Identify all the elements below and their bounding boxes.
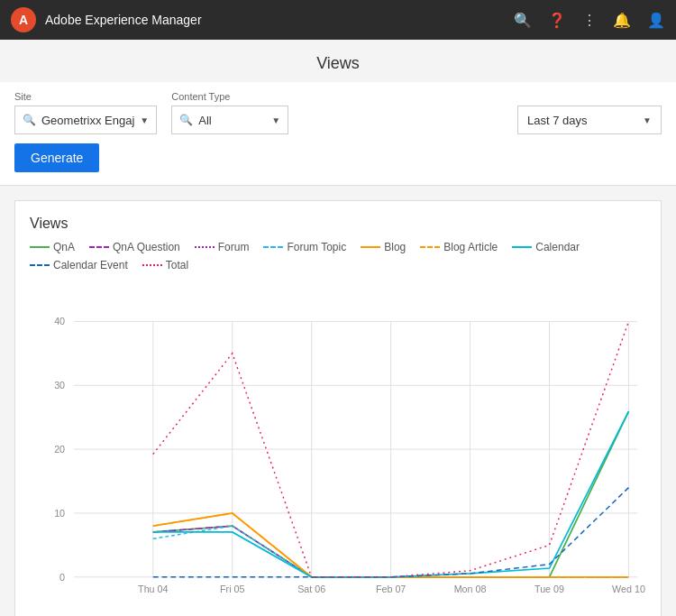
page-title: Views xyxy=(0,40,676,82)
legend-label: QnA xyxy=(53,241,75,253)
svg-text:Sat 06: Sat 06 xyxy=(297,584,325,594)
date-range-value: Last 7 days xyxy=(527,114,635,127)
site-search-icon: 🔍 xyxy=(23,114,36,126)
legend-item: Blog Article xyxy=(420,241,498,253)
legend-item: Blog xyxy=(361,241,406,253)
content-type-label: Content Type xyxy=(171,91,288,102)
legend-line-forum-topic xyxy=(263,246,283,248)
legend-item: Forum Topic xyxy=(263,241,346,253)
legend-line-blog xyxy=(361,246,380,248)
app-logo: A xyxy=(11,7,36,32)
legend-label: QnA Question xyxy=(113,241,180,253)
svg-text:Wed 10: Wed 10 xyxy=(612,584,645,594)
svg-text:40: 40 xyxy=(54,316,65,326)
content-type-select[interactable]: 🔍 All ▼ xyxy=(171,106,288,134)
legend-line-calendar xyxy=(512,246,532,248)
generate-button[interactable]: Generate xyxy=(14,143,99,172)
legend-item: QnA Question xyxy=(89,241,180,253)
user-icon[interactable]: 👤 xyxy=(647,12,665,29)
legend-label: Blog xyxy=(384,241,406,253)
chart-svg-wrap: text.axis { font-size: 11px; fill: #888;… xyxy=(30,282,646,616)
svg-text:Feb 07: Feb 07 xyxy=(376,584,406,594)
site-select[interactable]: 🔍 Geometrixx Engaj ▼ xyxy=(14,106,157,134)
legend-line-forum xyxy=(195,246,215,248)
date-range-arrow: ▼ xyxy=(643,115,652,125)
legend-item: QnA xyxy=(30,241,75,253)
topnav-icons: 🔍 ❓ ⋮ 🔔 👤 xyxy=(514,12,665,29)
svg-text:Fri 05: Fri 05 xyxy=(220,584,244,594)
legend-label: Forum Topic xyxy=(287,241,346,253)
chart-svg: text.axis { font-size: 11px; fill: #888;… xyxy=(30,282,646,616)
legend-label: Calendar xyxy=(535,241,580,253)
legend-item: Forum xyxy=(195,241,250,253)
legend-item: Calendar xyxy=(512,241,580,253)
site-select-arrow: ▼ xyxy=(140,115,149,125)
legend-label: Total xyxy=(166,259,188,271)
bell-icon[interactable]: 🔔 xyxy=(613,12,631,29)
legend-item: Total xyxy=(142,259,188,271)
legend-label: Forum xyxy=(218,241,250,253)
svg-text:30: 30 xyxy=(54,380,65,391)
content-type-search-icon: 🔍 xyxy=(179,114,193,126)
topnav: A Adobe Experience Manager 🔍 ❓ ⋮ 🔔 👤 xyxy=(0,0,676,40)
chart-container: Views QnAQnA QuestionForumForum TopicBlo… xyxy=(14,200,662,616)
chart-title: Views xyxy=(30,216,646,232)
legend-line-qna xyxy=(30,246,50,248)
help-icon[interactable]: ❓ xyxy=(548,12,566,29)
svg-text:Tue 09: Tue 09 xyxy=(534,584,564,594)
svg-text:20: 20 xyxy=(54,444,65,455)
legend-line-blog-article xyxy=(420,246,440,248)
svg-text:0: 0 xyxy=(59,572,65,583)
svg-text:10: 10 xyxy=(54,508,65,519)
grid-icon[interactable]: ⋮ xyxy=(582,12,597,29)
legend-item: Calendar Event xyxy=(30,259,128,271)
site-filter-group: Site 🔍 Geometrixx Engaj ▼ xyxy=(14,91,157,134)
legend-label: Calendar Event xyxy=(53,259,128,271)
search-icon[interactable]: 🔍 xyxy=(514,12,532,29)
filter-row: Site 🔍 Geometrixx Engaj ▼ Content Type 🔍… xyxy=(14,91,662,134)
site-select-value: Geometrixx Engaj xyxy=(41,114,134,127)
svg-text:Thu 04: Thu 04 xyxy=(138,584,168,594)
content-type-select-arrow: ▼ xyxy=(271,115,280,125)
app-title: Adobe Experience Manager xyxy=(45,13,202,27)
legend-line-total xyxy=(142,264,162,266)
legend-line-qna-question xyxy=(89,246,109,248)
site-label: Site xyxy=(14,91,157,102)
date-range-select[interactable]: Last 7 days ▼ xyxy=(517,106,662,134)
content-type-select-value: All xyxy=(198,114,266,127)
content-type-filter-group: Content Type 🔍 All ▼ xyxy=(171,91,288,134)
filters-panel: Site 🔍 Geometrixx Engaj ▼ Content Type 🔍… xyxy=(0,82,676,186)
legend-line-calendar-event xyxy=(30,264,50,266)
svg-text:Mon 08: Mon 08 xyxy=(454,584,487,594)
legend-label: Blog Article xyxy=(443,241,498,253)
chart-legend: QnAQnA QuestionForumForum TopicBlogBlog … xyxy=(30,241,646,271)
